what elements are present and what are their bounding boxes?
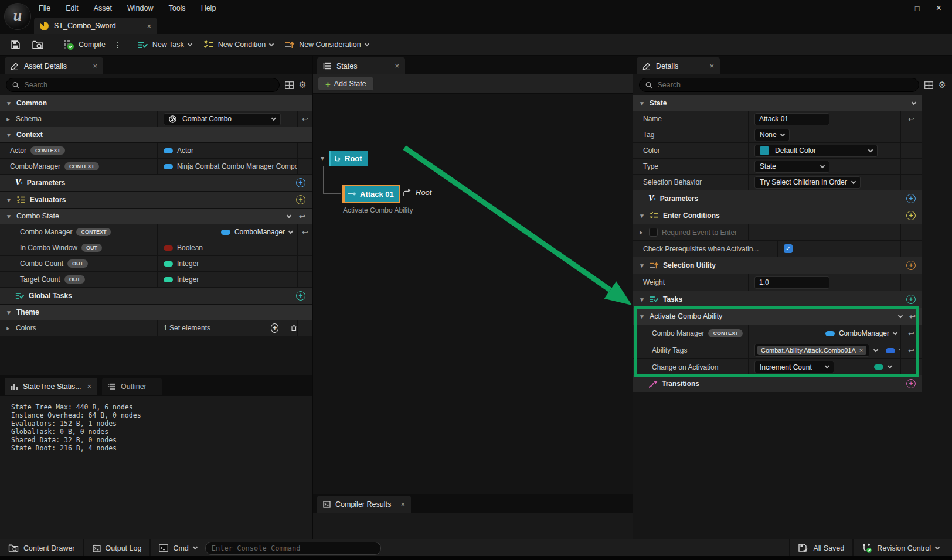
expander-down-icon[interactable]: ▾ (5, 196, 12, 204)
compiler-results-tab[interactable]: Compiler Results × (317, 496, 411, 513)
chevron-down-icon[interactable] (287, 213, 291, 217)
type-dropdown[interactable]: State (754, 161, 829, 173)
cmd-selector[interactable]: Cmd (151, 539, 205, 556)
view-options-grid-icon[interactable] (924, 81, 933, 89)
all-saved-button[interactable]: All Saved (790, 539, 852, 556)
statetree-statistics-tab[interactable]: StateTree Statis... × (5, 378, 97, 395)
add-color-icon[interactable]: + (271, 323, 278, 333)
required-event-checkbox[interactable] (649, 228, 658, 237)
asset-tab[interactable]: ST_Combo_Sword × (34, 18, 157, 34)
browse-to-asset-button[interactable] (26, 34, 49, 55)
states-tab[interactable]: States × (317, 57, 405, 74)
add-utility-icon[interactable]: + (906, 261, 916, 270)
check-prerequisites-checkbox[interactable]: ✓ (784, 244, 793, 253)
global-tasks-section-header[interactable]: Global Tasks + (0, 288, 312, 305)
root-state-node[interactable]: Root (329, 151, 368, 166)
outliner-tab[interactable]: Outliner (102, 378, 162, 395)
revision-control-button[interactable]: Revision Control (854, 539, 952, 556)
states-tree-area[interactable]: ▾ Root Attack 01 Root Activate Combo Abi… (313, 94, 633, 510)
reset-to-default-icon[interactable]: ↩ (908, 329, 914, 338)
content-drawer-button[interactable]: Content Drawer (0, 539, 83, 556)
tag-dropdown[interactable]: None (754, 129, 790, 141)
output-log-button[interactable]: Output Log (84, 539, 150, 556)
enter-conditions-section-header[interactable]: ▾ Enter Conditions + (633, 207, 922, 224)
console-command-input[interactable] (205, 542, 381, 555)
remove-tag-icon[interactable]: × (859, 347, 863, 354)
reset-to-default-icon[interactable]: ↩ (302, 115, 308, 124)
common-section-header[interactable]: ▾ Common (0, 95, 312, 111)
attack01-state-node[interactable]: Attack 01 (342, 185, 400, 203)
compile-options-kebab-icon[interactable]: ⋮ (111, 40, 124, 49)
asset-details-search-input[interactable] (24, 81, 273, 89)
close-button[interactable]: × (936, 3, 941, 13)
add-state-button[interactable]: + Add State (318, 77, 374, 91)
expander-down-icon[interactable]: ▾ (638, 313, 645, 320)
reset-to-default-icon[interactable]: ↩ (908, 346, 914, 355)
expander-down-icon[interactable]: ▾ (638, 296, 645, 303)
add-transition-icon[interactable]: + (906, 379, 916, 388)
theme-section-header[interactable]: ▾ Theme (0, 305, 312, 320)
expander-down-icon[interactable]: ▾ (5, 213, 12, 220)
color-dropdown[interactable]: Default Color (754, 145, 878, 157)
settings-gear-icon[interactable]: ⚙ (939, 80, 946, 90)
reset-to-default-icon[interactable]: ↩ (302, 228, 308, 237)
compiler-results-close-icon[interactable]: × (400, 500, 405, 508)
menu-help[interactable]: Help (201, 4, 216, 12)
transitions-section-header[interactable]: Transitions + (633, 375, 922, 392)
chevron-down-icon[interactable] (912, 100, 916, 104)
add-task-icon[interactable]: + (906, 295, 916, 304)
stats-tab-close-icon[interactable]: × (87, 382, 91, 391)
expander-down-icon[interactable]: ▾ (638, 100, 645, 107)
maximize-button[interactable]: □ (915, 4, 920, 13)
chevron-down-icon[interactable] (899, 347, 900, 351)
add-evaluator-icon[interactable]: + (296, 195, 305, 204)
details-tab-close-icon[interactable]: × (709, 62, 714, 70)
expander-right-icon[interactable]: ▸ (5, 325, 12, 332)
reset-to-default-icon[interactable]: ↩ (908, 115, 914, 124)
details-searchbar[interactable] (639, 78, 919, 92)
reset-to-default-icon[interactable]: ↩ (909, 312, 916, 321)
menu-file[interactable]: File (39, 4, 50, 12)
evaluators-section-header[interactable]: ▾ Evaluators + (0, 192, 312, 209)
new-consideration-button[interactable]: New Consideration (279, 34, 375, 55)
asset-details-tab-close-icon[interactable]: × (93, 62, 97, 70)
states-tab-close-icon[interactable]: × (395, 62, 399, 70)
tasks-section-header[interactable]: ▾ Tasks + (633, 291, 922, 308)
chevron-down-icon[interactable] (893, 330, 897, 334)
add-parameter-icon[interactable]: + (906, 194, 916, 203)
parameters-section-header[interactable]: V• Parameters + (633, 190, 922, 207)
expander-right-icon[interactable]: ▸ (5, 115, 12, 123)
settings-gear-icon[interactable]: ⚙ (299, 80, 307, 90)
add-global-task-icon[interactable]: + (296, 291, 305, 301)
root-expander-icon[interactable]: ▾ (319, 154, 326, 162)
weight-input[interactable] (754, 276, 829, 289)
activate-combo-ability-header[interactable]: ▾ Activate Combo Ability ↩ (633, 308, 922, 325)
compile-button[interactable]: Compile (57, 34, 111, 55)
save-button[interactable] (0, 34, 26, 55)
chevron-down-icon[interactable] (873, 347, 878, 351)
details-tab[interactable]: Details × (637, 57, 720, 74)
minimize-button[interactable]: – (895, 4, 899, 13)
expander-down-icon[interactable]: ▾ (5, 100, 12, 107)
state-section-header[interactable]: ▾ State (633, 95, 922, 111)
details-search-input[interactable] (657, 81, 912, 89)
new-task-button[interactable]: New Task (132, 34, 198, 55)
menu-edit[interactable]: Edit (66, 4, 79, 12)
name-input[interactable] (754, 113, 829, 125)
reset-to-default-icon[interactable]: ↩ (299, 212, 305, 221)
delete-trash-icon[interactable] (291, 324, 297, 332)
selection-utility-section-header[interactable]: ▾ Selection Utility + (633, 257, 922, 274)
expander-down-icon[interactable]: ▾ (5, 309, 12, 316)
parameters-section-header[interactable]: V• Parameters + (0, 175, 312, 192)
expander-down-icon[interactable]: ▾ (638, 262, 645, 269)
asset-tab-close-icon[interactable]: × (147, 22, 151, 30)
expander-right-icon[interactable]: ▸ (638, 228, 645, 236)
new-condition-button[interactable]: New Condition (198, 34, 279, 55)
menu-asset[interactable]: Asset (94, 4, 112, 12)
view-options-grid-icon[interactable] (285, 81, 294, 89)
menu-tools[interactable]: Tools (168, 4, 185, 12)
menu-window[interactable]: Window (127, 4, 153, 12)
selection-behavior-dropdown[interactable]: Try Select Children In Order (754, 176, 861, 189)
add-parameter-icon[interactable]: + (296, 178, 305, 187)
asset-details-searchbar[interactable] (6, 78, 280, 92)
